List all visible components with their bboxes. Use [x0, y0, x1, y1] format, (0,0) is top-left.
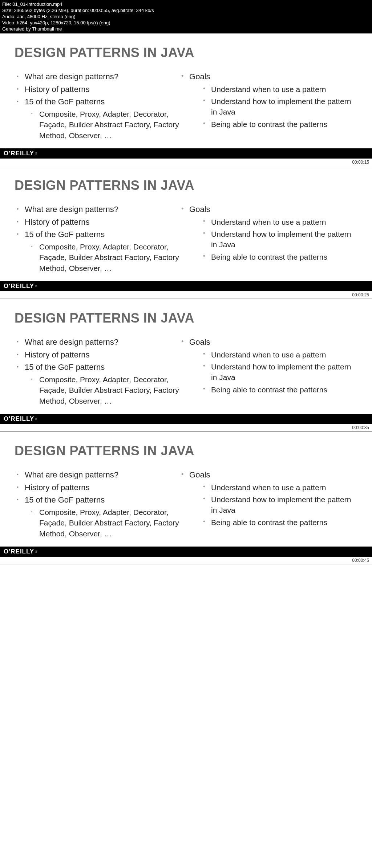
right-column: Goals Understand when to use a pattern U…: [179, 336, 357, 406]
goals-heading: Goals Understand when to use a pattern U…: [179, 469, 357, 528]
left-column: What are design patterns? History of pat…: [15, 71, 179, 140]
slide-title: DESIGN PATTERNS IN JAVA: [15, 45, 357, 60]
right-column: Goals Understand when to use a pattern U…: [179, 203, 357, 273]
goals-label: Goals: [189, 205, 210, 214]
thumbnail-4: DESIGN PATTERNS IN JAVA What are design …: [0, 432, 372, 564]
slide-frame: DESIGN PATTERNS IN JAVA What are design …: [0, 33, 372, 159]
brand-footer: O'REILLY®: [0, 281, 372, 291]
timestamp: 00:00:15: [0, 159, 372, 166]
slide-frame: DESIGN PATTERNS IN JAVA What are design …: [0, 299, 372, 424]
topic-item-label: 15 of the GoF patterns: [25, 363, 105, 372]
slide-body: What are design patterns? History of pat…: [15, 71, 357, 140]
brand-footer: O'REILLY®: [0, 414, 372, 424]
right-column: Goals Understand when to use a pattern U…: [179, 469, 357, 539]
topic-item: History of patterns: [15, 349, 179, 361]
timestamp: 00:00:25: [0, 291, 372, 299]
topic-item: 15 of the GoF patterns Composite, Proxy,…: [15, 96, 179, 141]
topic-item: History of patterns: [15, 216, 179, 228]
goal-item: Being able to contrast the patterns: [200, 119, 357, 129]
brand-name: O'REILLY: [4, 150, 34, 157]
registered-mark: ®: [35, 550, 37, 553]
topic-item: What are design patterns?: [15, 203, 179, 216]
topic-subitem: Composite, Proxy, Adapter, Decorator, Fa…: [28, 109, 179, 141]
slide-title: DESIGN PATTERNS IN JAVA: [15, 443, 357, 459]
topic-item-label: 15 of the GoF patterns: [25, 230, 105, 239]
left-column: What are design patterns? History of pat…: [15, 203, 179, 273]
brand-name: O'REILLY: [4, 283, 34, 290]
meta-size: Size: 2365562 bytes (2.26 MiB), duration…: [2, 8, 370, 14]
meta-file: File: 01_01-Introduction.mp4: [2, 1, 370, 8]
topic-item: History of patterns: [15, 481, 179, 494]
timestamp: 00:00:35: [0, 424, 372, 431]
goals-heading: Goals Understand when to use a pattern U…: [179, 71, 357, 129]
goals-heading: Goals Understand when to use a pattern U…: [179, 336, 357, 395]
meta-video: Video: h264, yuv420p, 1280x720, 15.00 fp…: [2, 20, 370, 26]
registered-mark: ®: [35, 152, 37, 155]
goals-label: Goals: [189, 337, 210, 347]
goals-heading: Goals Understand when to use a pattern U…: [179, 203, 357, 262]
left-column: What are design patterns? History of pat…: [15, 336, 179, 406]
slide-title: DESIGN PATTERNS IN JAVA: [15, 178, 357, 193]
brand-footer: O'REILLY®: [0, 547, 372, 557]
topic-subitem: Composite, Proxy, Adapter, Decorator, Fa…: [28, 241, 179, 273]
slide-body: What are design patterns? History of pat…: [15, 203, 357, 273]
thumbnail-1: DESIGN PATTERNS IN JAVA What are design …: [0, 33, 372, 166]
topic-item: What are design patterns?: [15, 336, 179, 348]
goal-item: Being able to contrast the patterns: [200, 517, 357, 528]
thumbnail-3: DESIGN PATTERNS IN JAVA What are design …: [0, 299, 372, 432]
goal-item: Understand how to implement the pattern …: [200, 361, 357, 383]
topic-item-label: 15 of the GoF patterns: [25, 495, 105, 504]
topic-item: 15 of the GoF patterns Composite, Proxy,…: [15, 494, 179, 539]
goal-item: Being able to contrast the patterns: [200, 384, 357, 395]
topic-item: 15 of the GoF patterns Composite, Proxy,…: [15, 228, 179, 273]
goal-item: Understand when to use a pattern: [200, 84, 357, 95]
thumbnail-2: DESIGN PATTERNS IN JAVA What are design …: [0, 166, 372, 299]
slide-title: DESIGN PATTERNS IN JAVA: [15, 311, 357, 326]
right-column: Goals Understand when to use a pattern U…: [179, 71, 357, 140]
goals-label: Goals: [189, 72, 210, 81]
goal-item: Understand when to use a pattern: [200, 349, 357, 360]
topic-subitem: Composite, Proxy, Adapter, Decorator, Fa…: [28, 374, 179, 406]
topic-item: History of patterns: [15, 83, 179, 96]
topic-item: 15 of the GoF patterns Composite, Proxy,…: [15, 361, 179, 406]
goal-item: Understand how to implement the pattern …: [200, 96, 357, 117]
registered-mark: ®: [35, 417, 37, 421]
slide-frame: DESIGN PATTERNS IN JAVA What are design …: [0, 432, 372, 557]
goals-label: Goals: [189, 470, 210, 479]
brand-name: O'REILLY: [4, 415, 34, 423]
brand-footer: O'REILLY®: [0, 148, 372, 159]
goal-item: Understand when to use a pattern: [200, 482, 357, 493]
goal-item: Understand how to implement the pattern …: [200, 494, 357, 516]
goal-item: Understand when to use a pattern: [200, 217, 357, 227]
topic-subitem: Composite, Proxy, Adapter, Decorator, Fa…: [28, 507, 179, 539]
meta-audio: Audio: aac, 48000 Hz, stereo (eng): [2, 14, 370, 20]
meta-generated: Generated by Thumbnail me: [2, 26, 370, 32]
video-metadata-header: File: 01_01-Introduction.mp4 Size: 23655…: [0, 0, 372, 33]
topic-item-label: 15 of the GoF patterns: [25, 97, 105, 106]
left-column: What are design patterns? History of pat…: [15, 469, 179, 539]
goal-item: Being able to contrast the patterns: [200, 252, 357, 262]
slide-frame: DESIGN PATTERNS IN JAVA What are design …: [0, 166, 372, 291]
topic-item: What are design patterns?: [15, 469, 179, 481]
slide-body: What are design patterns? History of pat…: [15, 469, 357, 539]
topic-item: What are design patterns?: [15, 71, 179, 83]
slide-body: What are design patterns? History of pat…: [15, 336, 357, 406]
timestamp: 00:00:45: [0, 557, 372, 564]
goal-item: Understand how to implement the pattern …: [200, 229, 357, 250]
registered-mark: ®: [35, 285, 37, 288]
brand-name: O'REILLY: [4, 548, 34, 555]
